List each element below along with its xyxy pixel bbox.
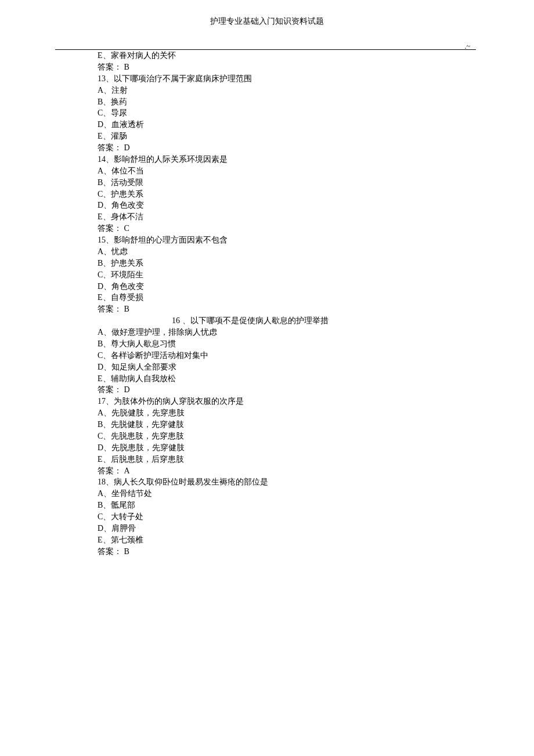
- question-stem: 16 、以下哪项不是促使病人歇息的护理举措: [172, 315, 476, 327]
- question-answer: 答案： D: [98, 142, 476, 154]
- question-answer: 答案： B: [98, 303, 476, 315]
- question-option: C、各样诊断护理活动相对集中: [98, 350, 476, 361]
- question-option: A、先脱健肢，先穿患肢: [98, 407, 476, 419]
- question-option: B、骶尾部: [98, 500, 476, 511]
- question-option: C、环境陌生: [98, 269, 476, 281]
- question-option: D、角色改变: [98, 200, 476, 211]
- question-option: B、换药: [98, 96, 476, 108]
- question-option: B、活动受限: [98, 177, 476, 189]
- question-option: C、导尿: [98, 107, 476, 119]
- question-option: C、大转子处: [98, 511, 476, 523]
- page-header-title: 护理专业基础入门知识资料试题: [0, 0, 534, 50]
- question-option: C、护患关系: [98, 189, 476, 200]
- question-option: E、第七颈椎: [98, 534, 476, 546]
- question-option: D、先脱患肢，先穿健肢: [98, 442, 476, 454]
- question-stem: 17、为肢体外伤的病人穿脱衣服的次序是: [98, 396, 476, 407]
- question-option: D、血液透析: [98, 119, 476, 131]
- question-answer: 答案： D: [98, 384, 476, 396]
- question-stem: 18、病人长久取仰卧位时最易发生褥疮的部位是: [98, 476, 476, 488]
- question-answer: 答案： B: [98, 62, 476, 73]
- question-option: B、护患关系: [98, 258, 476, 269]
- question-option: E、灌肠: [98, 131, 476, 142]
- question-option: A、体位不当: [98, 165, 476, 177]
- question-answer: 答案： A: [98, 465, 476, 477]
- divider: [55, 49, 476, 50]
- question-option: E、自尊受损: [98, 292, 476, 303]
- question-answer: 答案： C: [98, 223, 476, 234]
- question-option: D、角色改变: [98, 281, 476, 292]
- question-option: E、家眷对病人的关怀: [98, 50, 476, 62]
- question-option: D、知足病人全部要求: [98, 361, 476, 373]
- question-option: B、尊大病人歇息习惯: [98, 338, 476, 350]
- question-stem: 14、影响舒坦的人际关系环境因素是: [98, 154, 476, 165]
- question-option: B、先脱健肢，先穿健肢: [98, 419, 476, 431]
- question-option: A、坐骨结节处: [98, 488, 476, 500]
- question-option: A、忧虑: [98, 246, 476, 258]
- question-option: A、注射: [98, 85, 476, 96]
- question-option: A、做好意理护理，排除病人忧虑: [98, 327, 476, 338]
- question-stem: 13、以下哪项治疗不属于家庭病床护理范围: [98, 73, 476, 85]
- question-stem: 15、影响舒坦的心理方面因素不包含: [98, 234, 476, 246]
- question-option: E、后脱患肢，后穿患肢: [98, 454, 476, 465]
- document-body: E、家眷对病人的关怀答案： B13、以下哪项治疗不属于家庭病床护理范围A、注射B…: [98, 50, 476, 558]
- question-option: E、辅助病人自我放松: [98, 373, 476, 385]
- question-option: C、先脱患肢，先穿患肢: [98, 431, 476, 442]
- question-answer: 答案： B: [98, 546, 476, 558]
- question-option: D、肩胛骨: [98, 523, 476, 534]
- question-option: E、身体不洁: [98, 211, 476, 223]
